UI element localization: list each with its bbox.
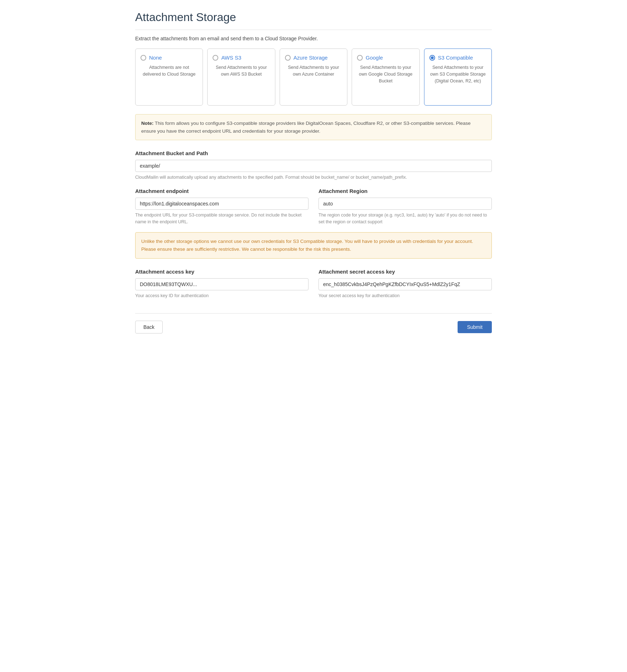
warning-text: Unlike the other storage options we cann… — [141, 239, 473, 252]
secret-key-input[interactable] — [318, 278, 492, 290]
storage-desc-aws-s3: Send Attachments to your own AWS S3 Buck… — [213, 64, 270, 78]
storage-option-none[interactable]: None Attachments are not delivered to Cl… — [135, 49, 203, 106]
secret-key-label: Attachment secret access key — [318, 269, 492, 275]
storage-label-azure: Azure Storage — [294, 55, 328, 61]
radio-azure — [285, 55, 291, 61]
storage-option-aws-s3[interactable]: AWS S3 Send Attachments to your own AWS … — [207, 49, 275, 106]
region-help-text: The region code for your storage (e.g. n… — [318, 212, 492, 225]
bucket-section: Attachment Bucket and Path CloudMailin w… — [135, 150, 492, 181]
bucket-path-input[interactable] — [135, 160, 492, 172]
back-button[interactable]: Back — [135, 321, 163, 334]
bucket-section-label: Attachment Bucket and Path — [135, 150, 492, 156]
endpoint-group: Attachment endpoint The endpoint URL for… — [135, 188, 309, 225]
storage-label-aws-s3: AWS S3 — [221, 55, 241, 61]
keys-row: Attachment access key Your access key ID… — [135, 269, 492, 299]
access-key-label: Attachment access key — [135, 269, 309, 275]
secret-key-help-text: Your secret access key for authenticatio… — [318, 292, 492, 299]
radio-aws-s3 — [213, 55, 218, 61]
radio-none — [141, 55, 146, 61]
page-description: Extract the attachments from an email an… — [135, 36, 492, 41]
endpoint-help-text: The endpoint URL for your S3-compatible … — [135, 212, 309, 225]
footer-actions: Back Submit — [135, 313, 492, 334]
radio-s3-compatible — [429, 55, 435, 61]
region-label: Attachment Region — [318, 188, 492, 194]
submit-button[interactable]: Submit — [458, 321, 492, 333]
endpoint-label: Attachment endpoint — [135, 188, 309, 194]
storage-label-s3-compatible: S3 Compatible — [438, 55, 473, 61]
secret-key-group: Attachment secret access key Your secret… — [318, 269, 492, 299]
storage-option-azure[interactable]: Azure Storage Send Attachments to your o… — [280, 49, 347, 106]
page-title: Attachment Storage — [135, 11, 492, 30]
note-prefix: Note: — [141, 121, 154, 126]
radio-google — [357, 55, 363, 61]
access-key-group: Attachment access key Your access key ID… — [135, 269, 309, 299]
bucket-help-text: CloudMailin will automatically upload an… — [135, 174, 492, 181]
storage-desc-google: Send Attachments to your own Google Clou… — [357, 64, 414, 84]
endpoint-region-row: Attachment endpoint The endpoint URL for… — [135, 188, 492, 225]
endpoint-input[interactable] — [135, 198, 309, 210]
storage-option-s3-compatible[interactable]: S3 Compatible Send Attachments to your o… — [424, 49, 492, 106]
storage-desc-none: Attachments are not delivered to Cloud S… — [141, 64, 198, 78]
storage-options-group: None Attachments are not delivered to Cl… — [135, 49, 492, 106]
access-key-help-text: Your access key ID for authentication — [135, 292, 309, 299]
storage-label-none: None — [149, 55, 162, 61]
region-input[interactable] — [318, 198, 492, 210]
note-box: Note: This form allows you to configure … — [135, 114, 492, 140]
access-key-input[interactable] — [135, 278, 309, 290]
note-text: This form allows you to configure S3-com… — [141, 121, 470, 134]
region-group: Attachment Region The region code for yo… — [318, 188, 492, 225]
warning-box: Unlike the other storage options we cann… — [135, 232, 492, 258]
storage-option-google[interactable]: Google Send Attachments to your own Goog… — [352, 49, 419, 106]
storage-label-google: Google — [366, 55, 383, 61]
storage-desc-azure: Send Attachments to your own Azure Conta… — [285, 64, 342, 78]
storage-desc-s3-compatible: Send Attachments to your own S3 Compatib… — [429, 64, 486, 84]
